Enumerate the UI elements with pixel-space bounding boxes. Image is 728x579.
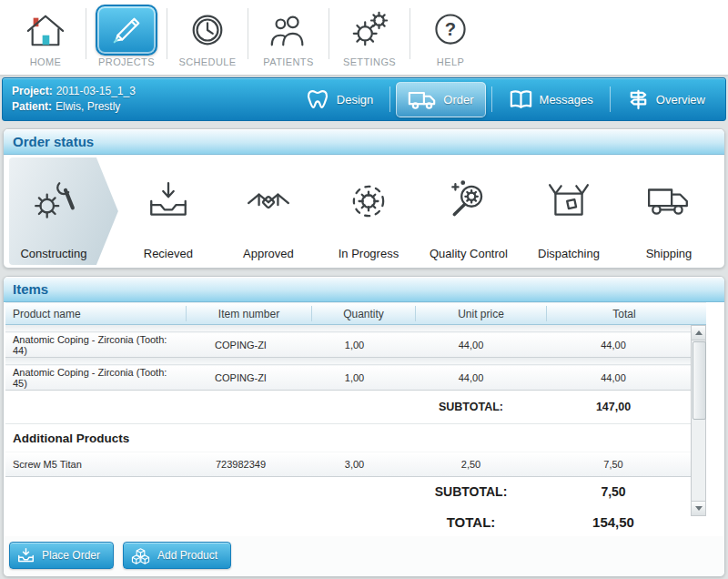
nav-patients[interactable]: PATIENTS xyxy=(248,0,329,75)
scroll-down-button[interactable] xyxy=(692,501,705,515)
patient-label: Patient: xyxy=(12,100,52,113)
order-status-panel: Order status Constructing R xyxy=(3,128,725,269)
nav-home-label: HOME xyxy=(30,56,62,67)
cell-quantity: 1,00 xyxy=(303,340,406,350)
approved-handshake-icon xyxy=(246,155,291,247)
patients-icon xyxy=(268,5,309,56)
items-panel: Items Product name Item number Quantity … xyxy=(3,276,725,577)
cell-quantity: 3,00 xyxy=(303,459,406,470)
main-toolbar: HOME PROJECTS SCHEDULE xyxy=(0,0,728,76)
subtotal-label: SUBTOTAL: xyxy=(406,401,536,413)
place-order-label: Place Order xyxy=(42,549,100,562)
cell-total: 44,00 xyxy=(536,372,691,383)
tab-messages[interactable]: Messages xyxy=(498,83,604,116)
row-spacer xyxy=(5,325,691,332)
signpost-icon xyxy=(627,88,650,111)
tab-overview[interactable]: Overview xyxy=(616,83,716,117)
tab-divider xyxy=(610,86,611,112)
column-total: Total xyxy=(546,306,702,321)
project-label: Project: xyxy=(12,85,53,97)
settings-icon xyxy=(349,5,390,56)
cell-product: Screw M5 Titan xyxy=(5,459,178,470)
nav-help[interactable]: ? HELP xyxy=(410,0,490,75)
project-tabs: Design Order Messages xyxy=(294,78,725,120)
status-step-quality-control: Quality Control xyxy=(419,155,519,268)
nav-patients-label: PATIENTS xyxy=(263,56,313,67)
status-step-label: Approved xyxy=(243,247,294,260)
cell-quantity: 1,00 xyxy=(303,372,406,383)
total-value: 154,50 xyxy=(536,514,691,530)
patient-value: Elwis, Prestly xyxy=(56,100,120,113)
tab-divider xyxy=(389,86,390,112)
order-status-header: Order status xyxy=(4,129,724,155)
tab-overview-label: Overview xyxy=(656,93,705,107)
status-step-constructing: Constructing xyxy=(9,155,118,268)
add-product-icon xyxy=(131,547,150,564)
place-order-button[interactable]: Place Order xyxy=(9,542,114,569)
place-order-icon xyxy=(17,547,35,564)
status-step-label: Constructing xyxy=(20,247,86,260)
subtotal-value: 147,00 xyxy=(536,401,691,413)
status-step-label: Shipping xyxy=(646,247,693,260)
nav-help-label: HELP xyxy=(437,56,464,67)
scrollbar-thumb[interactable] xyxy=(693,341,706,420)
cell-product: Anatomic Coping - Zirconia (Tooth: 45) xyxy=(5,367,178,389)
status-step-in-progress: In Progress xyxy=(318,155,419,268)
nav-home[interactable]: HOME xyxy=(5,0,86,75)
cell-item: COPING-ZI xyxy=(178,372,303,383)
additional-subtotal-label: SUBTOTAL: xyxy=(406,484,536,499)
tab-divider xyxy=(491,86,492,112)
tab-design[interactable]: Design xyxy=(294,83,384,117)
subtotal-row: SUBTOTAL: 147,00 xyxy=(5,391,691,423)
status-step-received: Recieved xyxy=(118,155,218,268)
cell-unit-price: 44,00 xyxy=(406,372,536,383)
cell-product: Anatomic Coping - Zirconia (Tooth: 44) xyxy=(5,334,178,356)
received-inbox-icon xyxy=(146,155,191,247)
table-row[interactable]: Anatomic Coping - Zirconia (Tooth: 45) C… xyxy=(5,365,691,391)
nav-schedule[interactable]: SCHEDULE xyxy=(167,0,248,75)
items-table-body: Anatomic Coping - Zirconia (Tooth: 44) C… xyxy=(5,325,706,536)
cell-unit-price: 44,00 xyxy=(406,340,536,350)
cell-item: COPING-ZI xyxy=(178,340,303,350)
status-step-shipping: Shipping xyxy=(619,155,719,268)
status-step-label: Quality Control xyxy=(430,247,508,260)
total-row: TOTAL: 154,50 xyxy=(5,506,691,537)
column-quantity: Quantity xyxy=(311,306,415,321)
vertical-scrollbar[interactable] xyxy=(691,325,706,516)
tab-order-label: Order xyxy=(443,93,473,107)
nav-schedule-label: SCHEDULE xyxy=(178,56,236,67)
quality-control-magnifier-icon xyxy=(446,155,491,247)
total-label: TOTAL: xyxy=(406,514,536,530)
truck-icon xyxy=(408,88,437,111)
shipping-truck-icon xyxy=(646,155,692,247)
nav-projects[interactable]: PROJECTS xyxy=(86,0,167,75)
row-spacer xyxy=(5,358,691,365)
projects-icon xyxy=(109,14,144,46)
home-icon xyxy=(25,5,66,56)
svg-text:?: ? xyxy=(445,19,456,39)
arrow-up-icon xyxy=(695,330,703,335)
status-step-label: In Progress xyxy=(339,247,399,260)
project-info: Project:2011-03-15_1_3 Patient:Elwis, Pr… xyxy=(3,84,136,115)
nav-projects-label: PROJECTS xyxy=(98,56,155,67)
items-header: Items xyxy=(4,277,724,302)
table-row[interactable]: Screw M5 Titan 723982349 3,00 2,50 7,50 xyxy=(5,452,691,477)
in-progress-gear-icon xyxy=(346,155,391,247)
dispatching-box-icon xyxy=(546,155,592,247)
arrow-down-icon xyxy=(695,506,703,511)
nav-settings-label: SETTINGS xyxy=(343,56,396,67)
cell-item: 723982349 xyxy=(178,459,303,470)
status-step-label: Dispatching xyxy=(538,247,600,260)
column-product-name: Product name xyxy=(5,306,186,321)
constructing-tools-icon xyxy=(31,155,76,247)
add-product-button[interactable]: Add Product xyxy=(123,542,231,569)
scroll-up-button[interactable] xyxy=(692,326,705,340)
nav-settings[interactable]: SETTINGS xyxy=(329,0,410,75)
projects-active-highlight xyxy=(96,5,157,56)
additional-products-heading: Additional Products xyxy=(5,423,691,452)
tab-design-label: Design xyxy=(337,93,373,107)
tab-order[interactable]: Order xyxy=(396,82,485,117)
order-status-steps: Constructing Recieved App xyxy=(4,155,724,268)
status-step-dispatching: Dispatching xyxy=(519,155,619,268)
table-row[interactable]: Anatomic Coping - Zirconia (Tooth: 44) C… xyxy=(5,332,691,358)
